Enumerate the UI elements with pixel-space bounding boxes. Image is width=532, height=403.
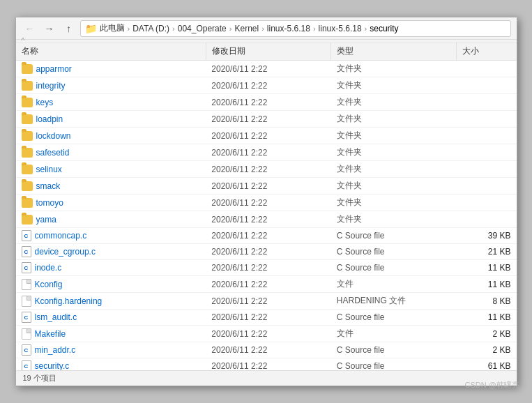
table-row[interactable]: lsm_audit.c2020/6/11 2:22C Source file11… [16, 310, 517, 326]
file-date: 2020/6/11 2:22 [206, 161, 331, 178]
file-size [456, 61, 516, 77]
file-date: 2020/6/11 2:22 [206, 342, 331, 358]
file-name: inode.c [35, 263, 62, 273]
col-header-date[interactable]: 修改日期 [206, 43, 331, 61]
file-date: 2020/6/11 2:22 [206, 128, 331, 144]
breadcrumb-drive: DATA (D:) [132, 24, 169, 33]
table-row[interactable]: commoncap.c2020/6/11 2:22C Source file39… [16, 228, 517, 244]
col-header-type[interactable]: 类型 [331, 43, 457, 61]
file-date: 2020/6/11 2:22 [206, 111, 331, 128]
c-source-icon [22, 246, 31, 257]
table-row[interactable]: Kconfig.hardening2020/6/11 2:22HARDENING… [16, 293, 517, 310]
file-size: 39 KB [456, 228, 516, 244]
file-size: 8 KB [456, 293, 516, 310]
file-date: 2020/6/11 2:22 [206, 276, 331, 293]
table-row[interactable]: selinux2020/6/11 2:22文件夹 [16, 161, 517, 178]
file-size: 11 KB [456, 260, 516, 276]
file-size [456, 144, 516, 161]
file-table: 名称 修改日期 类型 大小 apparmor2020/6/11 2:22文件夹i… [16, 43, 517, 370]
file-name: tomoyo [36, 198, 63, 208]
file-size [456, 111, 516, 128]
file-size: 11 KB [456, 276, 516, 293]
table-row[interactable]: inode.c2020/6/11 2:22C Source file11 KB [16, 260, 517, 276]
file-type: C Source file [331, 310, 457, 326]
table-row[interactable]: keys2020/6/11 2:22文件夹 [16, 94, 517, 111]
file-type: 文件 [331, 276, 457, 293]
watermark: CSDN @韩曙亮 [465, 380, 519, 390]
table-row[interactable]: Makefile2020/6/11 2:22文件2 KB [16, 326, 517, 342]
breadcrumb-linux1: linux-5.6.18 [267, 24, 310, 33]
file-type: 文件夹 [331, 195, 457, 211]
breadcrumb-linux2: linux-5.6.18 [319, 24, 362, 33]
col-header-name[interactable]: 名称 [16, 43, 206, 61]
folder-icon [22, 165, 33, 174]
file-type: C Source file [331, 244, 457, 260]
file-explorer-window: ← → ↑ 📁 此电脑 › DATA (D:) › 004_Operate › … [15, 17, 517, 386]
table-row[interactable]: lockdown2020/6/11 2:22文件夹 [16, 128, 517, 144]
up-button[interactable]: ↑ [61, 20, 77, 37]
file-date: 2020/6/11 2:22 [206, 61, 331, 77]
forward-button[interactable]: → [41, 20, 58, 37]
back-button[interactable]: ← [22, 20, 38, 37]
address-bar[interactable]: 📁 此电脑 › DATA (D:) › 004_Operate › Kernel… [80, 20, 511, 37]
file-type: 文件夹 [331, 178, 457, 195]
file-date: 2020/6/11 2:22 [206, 358, 331, 371]
file-size [456, 195, 516, 211]
address-bar-row: ← → ↑ 📁 此电脑 › DATA (D:) › 004_Operate › … [16, 17, 517, 40]
file-size: 61 KB [456, 358, 516, 371]
file-name: min_addr.c [35, 345, 76, 355]
file-date: 2020/6/11 2:22 [206, 326, 331, 342]
folder-icon [22, 148, 33, 158]
file-name: security.c [35, 361, 70, 370]
file-date: 2020/6/11 2:22 [206, 195, 331, 211]
c-source-icon [22, 344, 31, 356]
file-list-container: 名称 修改日期 类型 大小 apparmor2020/6/11 2:22文件夹i… [16, 43, 517, 370]
file-name: loadpin [36, 114, 63, 124]
table-row[interactable]: loadpin2020/6/11 2:22文件夹 [16, 111, 517, 128]
folder-icon [22, 215, 33, 225]
file-name: selinux [36, 165, 62, 174]
file-date: 2020/6/11 2:22 [206, 228, 331, 244]
file-name: Makefile [35, 329, 66, 339]
file-name: yama [36, 215, 56, 225]
file-date: 2020/6/11 2:22 [206, 310, 331, 326]
file-name: Kconfig.hardening [35, 296, 102, 306]
file-type: C Source file [331, 228, 457, 244]
folder-icon [22, 81, 33, 91]
c-source-icon [22, 360, 31, 370]
breadcrumb-operate: 004_Operate [178, 24, 227, 33]
file-type: 文件夹 [331, 94, 457, 111]
col-header-size[interactable]: 大小 [456, 43, 516, 61]
file-name: Kconfig [35, 280, 63, 289]
table-row[interactable]: safesetid2020/6/11 2:22文件夹 [16, 144, 517, 161]
c-source-icon [22, 312, 31, 323]
file-type: HARDENING 文件 [331, 293, 457, 310]
table-row[interactable]: apparmor2020/6/11 2:22文件夹 [16, 61, 517, 77]
table-row[interactable]: yama2020/6/11 2:22文件夹 [16, 211, 517, 228]
table-row[interactable]: min_addr.c2020/6/11 2:22C Source file2 K… [16, 342, 517, 358]
table-row[interactable]: device_cgroup.c2020/6/11 2:22C Source fi… [16, 244, 517, 260]
table-row[interactable]: integrity2020/6/11 2:22文件夹 [16, 77, 517, 94]
table-row[interactable]: security.c2020/6/11 2:22C Source file61 … [16, 358, 517, 371]
file-type: 文件夹 [331, 161, 457, 178]
file-size: 11 KB [456, 310, 516, 326]
table-row[interactable]: Kconfig2020/6/11 2:22文件11 KB [16, 276, 517, 293]
folder-icon [22, 131, 33, 141]
breadcrumb-computer: 此电脑 [100, 22, 125, 34]
file-name: device_cgroup.c [35, 247, 96, 257]
file-name: smack [36, 181, 61, 191]
file-size: 2 KB [456, 342, 516, 358]
file-name: lsm_audit.c [35, 312, 77, 322]
table-row[interactable]: smack2020/6/11 2:22文件夹 [16, 178, 517, 195]
folder-icon [22, 64, 33, 74]
table-row[interactable]: tomoyo2020/6/11 2:22文件夹 [16, 195, 517, 211]
folder-icon [22, 198, 33, 208]
file-name: apparmor [36, 64, 72, 74]
file-type: 文件夹 [331, 144, 457, 161]
file-type: C Source file [331, 342, 457, 358]
file-size [456, 77, 516, 94]
file-size [456, 94, 516, 111]
file-type: 文件夹 [331, 111, 457, 128]
file-date: 2020/6/11 2:22 [206, 293, 331, 310]
file-date: 2020/6/11 2:22 [206, 94, 331, 111]
